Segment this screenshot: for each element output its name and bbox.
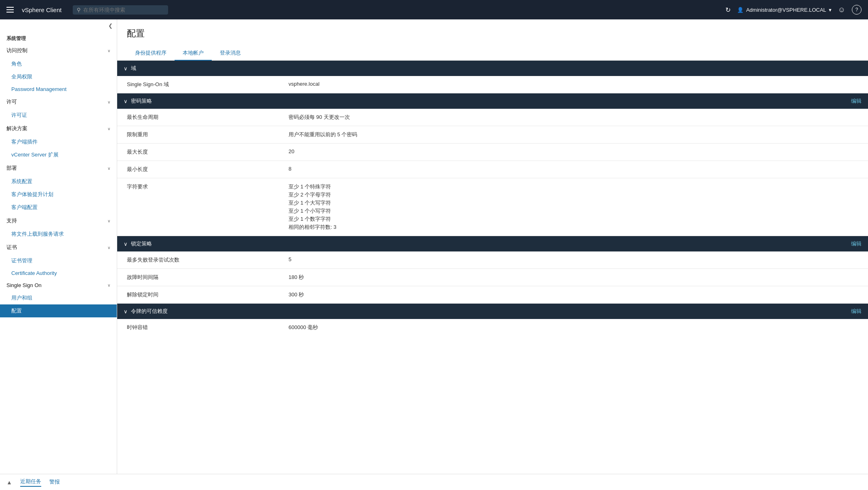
unlock-time-row: 解除锁定时间 300 秒 <box>117 286 868 304</box>
page-title: 配置 <box>127 27 858 40</box>
password-policy-title: 密码策略 <box>131 97 152 105</box>
main-layout: ❮ 系统管理 访问控制 ∨ 角色 全局权限 Password Managemen… <box>0 19 868 474</box>
chevron-down-icon: ∨ <box>107 283 110 287</box>
sidebar-item-ceip[interactable]: 客户体验提升计划 <box>0 188 117 201</box>
feedback-icon[interactable]: ☺ <box>838 6 845 14</box>
reuse-restriction-label: 限制重用 <box>127 131 289 138</box>
chevron-down-icon: ∨ <box>107 49 110 53</box>
domain-value: vsphere.local <box>289 81 858 87</box>
char-req-5: 至少 1 个数字字符 <box>289 215 858 223</box>
sidebar-item-config[interactable]: 配置 <box>0 304 117 317</box>
chevron-down-icon: ∨ <box>107 245 110 250</box>
reuse-restriction-row: 限制重用 用户不能重用以前的 5 个密码 <box>117 126 868 144</box>
search-area: ⚲ <box>73 5 168 15</box>
refresh-button[interactable]: ↻ <box>725 6 731 14</box>
max-length-value: 20 <box>289 148 858 154</box>
user-menu[interactable]: 👤 Administrator@VSPHERE.LOCAL ▾ <box>737 7 831 13</box>
chevron-down-icon: ∨ <box>124 65 128 72</box>
tab-login-message[interactable]: 登录消息 <box>212 46 249 61</box>
sidebar-item-client-config[interactable]: 客户端配置 <box>0 201 117 214</box>
clock-tolerance-row: 时钟容错 600000 毫秒 <box>117 319 868 336</box>
bottom-tab-alerts[interactable]: 警报 <box>49 478 60 486</box>
search-icon: ⚲ <box>77 7 81 13</box>
token-trust-title: 令牌的可信赖度 <box>131 308 168 315</box>
chevron-down-icon: ∨ <box>107 100 110 104</box>
search-input[interactable] <box>83 7 164 13</box>
unlock-time-value: 300 秒 <box>289 291 858 298</box>
max-lifetime-value: 密码必须每 90 天更改一次 <box>289 114 858 121</box>
section-header-left: ∨ 域 <box>124 65 136 72</box>
failure-interval-row: 故障时间间隔 180 秒 <box>117 269 868 286</box>
chevron-down-icon: ∨ <box>107 219 110 223</box>
tab-bar: 身份提供程序 本地帐户 登录消息 <box>127 46 858 60</box>
domain-row: Single Sign-On 域 vsphere.local <box>117 76 868 93</box>
token-trust-section-header: ∨ 令牌的可信赖度 编辑 <box>117 304 868 319</box>
sidebar-group-access-control[interactable]: 访问控制 ∨ <box>0 44 117 57</box>
lockout-policy-title: 锁定策略 <box>131 240 152 247</box>
char-req-1: 至少 1 个特殊字符 <box>289 183 858 190</box>
user-icon: 👤 <box>737 7 744 13</box>
page-header: 配置 身份提供程序 本地帐户 登录消息 <box>117 19 868 61</box>
char-requirements-row: 字符要求 至少 1 个特殊字符 至少 2 个字母字符 至少 1 个大写字符 至少… <box>117 178 868 236</box>
username: Administrator@VSPHERE.LOCAL <box>746 7 826 13</box>
sidebar-item-vcenter-extensions[interactable]: vCenter Server 扩展 <box>0 148 117 161</box>
sidebar-item-upload-files[interactable]: 将文件上载到服务请求 <box>0 228 117 241</box>
sidebar-group-label: 解决方案 <box>6 125 27 132</box>
help-icon[interactable]: ? <box>852 5 862 15</box>
bottom-tab-recent-tasks[interactable]: 近期任务 <box>20 478 41 487</box>
user-chevron-icon: ▾ <box>829 7 832 13</box>
password-policy-edit-button[interactable]: 编辑 <box>851 97 862 105</box>
sidebar-item-certificate-authority[interactable]: Certificate Authority <box>0 267 117 279</box>
sidebar-item-client-plugins[interactable]: 客户端插件 <box>0 135 117 148</box>
failure-interval-label: 故障时间间隔 <box>127 274 289 281</box>
top-header: vSphere Client ⚲ ↻ 👤 Administrator@VSPHE… <box>0 0 868 19</box>
sidebar-group-label: Single Sign On <box>6 282 42 288</box>
hamburger-menu[interactable] <box>6 7 14 13</box>
max-failed-attempts-label: 最多失败登录尝试次数 <box>127 256 289 264</box>
sidebar-group-license[interactable]: 许可 ∨ <box>0 95 117 109</box>
domain-section-title: 域 <box>131 65 136 72</box>
sidebar-item-global-permissions[interactable]: 全局权限 <box>0 70 117 83</box>
sidebar-item-cert-management[interactable]: 证书管理 <box>0 254 117 267</box>
sidebar-item-system-config[interactable]: 系统配置 <box>0 175 117 188</box>
chevron-down-icon: ∨ <box>124 308 128 315</box>
bottom-collapse-button[interactable]: ▲ <box>6 479 12 486</box>
char-req-2: 至少 2 个字母字符 <box>289 191 858 199</box>
sidebar-group-deployment[interactable]: 部署 ∨ <box>0 161 117 175</box>
char-requirements-label: 字符要求 <box>127 183 289 190</box>
sidebar-group-label: 访问控制 <box>6 47 27 54</box>
chevron-down-icon: ∨ <box>124 98 128 104</box>
min-length-row: 最小长度 8 <box>117 161 868 178</box>
unlock-time-label: 解除锁定时间 <box>127 291 289 298</box>
max-length-label: 最大长度 <box>127 148 289 156</box>
sidebar-item-password-management[interactable]: Password Management <box>0 83 117 95</box>
clock-tolerance-value: 600000 毫秒 <box>289 324 858 331</box>
content-scroll[interactable]: ∨ 域 Single Sign-On 域 vsphere.local ∨ 密码策… <box>117 61 868 474</box>
sidebar-group-sso[interactable]: Single Sign On ∨ <box>0 279 117 291</box>
char-req-6: 相同的相邻字符数: 3 <box>289 224 858 231</box>
sidebar-group-support[interactable]: 支持 ∨ <box>0 214 117 228</box>
app-title: vSphere Client <box>22 6 61 13</box>
max-failed-attempts-value: 5 <box>289 256 858 262</box>
sidebar-group-solutions[interactable]: 解决方案 ∨ <box>0 122 117 135</box>
sidebar-group-label: 支持 <box>6 217 17 224</box>
max-lifetime-row: 最长生命周期 密码必须每 90 天更改一次 <box>117 109 868 126</box>
chevron-down-icon: ∨ <box>107 166 110 171</box>
token-trust-edit-button[interactable]: 编辑 <box>851 308 862 315</box>
sidebar-collapse-button[interactable]: ❮ <box>0 19 117 32</box>
section-header-left: ∨ 令牌的可信赖度 <box>124 308 168 315</box>
max-length-row: 最大长度 20 <box>117 144 868 161</box>
section-header-left: ∨ 密码策略 <box>124 97 152 105</box>
bottom-bar: ▲ 近期任务 警报 <box>0 474 868 490</box>
sidebar-group-certificate[interactable]: 证书 ∨ <box>0 241 117 254</box>
sidebar-item-roles[interactable]: 角色 <box>0 57 117 70</box>
tab-identity-provider[interactable]: 身份提供程序 <box>127 46 175 61</box>
tab-local-account[interactable]: 本地帐户 <box>175 46 212 61</box>
sidebar-item-users-groups[interactable]: 用户和组 <box>0 291 117 304</box>
max-lifetime-label: 最长生命周期 <box>127 114 289 121</box>
sidebar-section-title: 系统管理 <box>0 32 117 44</box>
reuse-restriction-value: 用户不能重用以前的 5 个密码 <box>289 131 858 138</box>
max-failed-attempts-row: 最多失败登录尝试次数 5 <box>117 251 868 269</box>
sidebar-item-license[interactable]: 许可证 <box>0 109 117 122</box>
lockout-policy-edit-button[interactable]: 编辑 <box>851 240 862 247</box>
